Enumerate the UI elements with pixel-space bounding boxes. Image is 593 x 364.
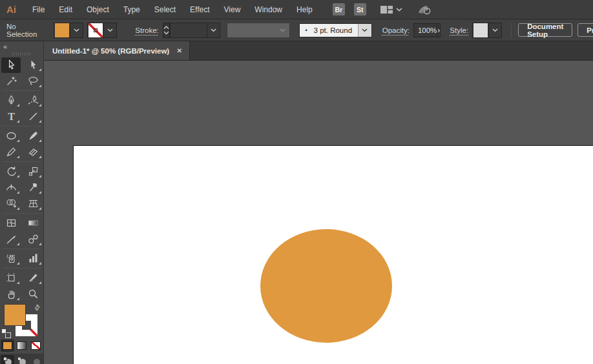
pencil-tool[interactable] <box>0 144 22 160</box>
stroke-color-dropdown[interactable] <box>103 23 116 37</box>
brush-definition-dropdown[interactable] <box>358 24 371 37</box>
menu-help[interactable]: Help <box>289 5 320 14</box>
mesh-tool[interactable] <box>0 215 22 231</box>
fill-color-dropdown[interactable] <box>70 23 83 37</box>
chevron-down-icon <box>211 28 216 32</box>
eyedropper-tool-icon <box>6 234 17 245</box>
blend-tool[interactable] <box>22 231 44 247</box>
gradient-mode-button[interactable] <box>15 339 28 352</box>
scale-tool[interactable] <box>22 163 44 179</box>
gradient-tool[interactable] <box>22 215 44 231</box>
document-tab[interactable]: Untitled-1* @ 50% (RGB/Preview) ✕ <box>44 41 190 60</box>
zoom-tool[interactable] <box>22 286 44 302</box>
tools-panel-grip[interactable] <box>0 51 43 57</box>
tools-panel: « <box>0 41 44 364</box>
scale-tool-icon <box>28 166 39 177</box>
graphic-style-control[interactable] <box>472 23 502 38</box>
graphic-style-swatch[interactable] <box>473 23 488 37</box>
eyedropper-tool[interactable] <box>0 231 22 247</box>
opacity-input[interactable]: 100% <box>413 23 437 37</box>
menu-file[interactable]: File <box>25 5 52 14</box>
stroke-indicator-icon <box>94 28 98 32</box>
hand-tool[interactable] <box>0 286 22 302</box>
ellipse-tool[interactable] <box>0 128 22 144</box>
opacity-more-button[interactable]: › <box>437 23 441 37</box>
graphic-style-dropdown[interactable] <box>488 23 501 37</box>
document-setup-button[interactable]: Document Setup <box>518 23 572 37</box>
stroke-none-swatch[interactable] <box>88 23 103 37</box>
workspace-layout-icon <box>380 5 393 14</box>
bridge-button[interactable]: Br <box>333 3 345 15</box>
fill-color-control[interactable] <box>54 23 83 38</box>
menu-type[interactable]: Type <box>116 5 147 14</box>
rotate-tool[interactable] <box>0 163 22 179</box>
stepper-down-icon[interactable] <box>163 31 169 35</box>
selection-tool[interactable] <box>0 57 22 73</box>
style-panel-link[interactable]: Style: <box>450 26 468 34</box>
line-segment-tool[interactable] <box>22 108 44 125</box>
lasso-tool[interactable] <box>22 73 44 89</box>
stroke-weight-stepper[interactable] <box>163 23 170 38</box>
stroke-weight-value <box>171 23 207 37</box>
shape-builder-tool[interactable] <box>0 196 22 212</box>
menu-window[interactable]: Window <box>247 5 289 14</box>
none-mode-button[interactable] <box>29 339 43 352</box>
slice-tool[interactable] <box>22 270 44 286</box>
opacity-panel-link[interactable]: Opacity: <box>382 26 410 34</box>
width-tool[interactable] <box>0 179 22 196</box>
paintbrush-tool[interactable] <box>22 128 44 144</box>
menu-view[interactable]: View <box>217 5 248 14</box>
default-fill-stroke-icon[interactable] <box>1 329 11 338</box>
curvature-tool[interactable] <box>22 92 44 108</box>
stepper-up-icon[interactable] <box>163 26 169 30</box>
color-mode-button[interactable] <box>1 339 14 352</box>
direct-selection-tool[interactable] <box>22 57 44 73</box>
column-graph-tool[interactable] <box>22 250 44 267</box>
draw-inside-button[interactable] <box>29 355 43 364</box>
chevron-down-icon <box>362 28 368 32</box>
type-tool[interactable]: T <box>0 108 22 125</box>
curvature-tool-icon <box>28 95 39 106</box>
workspace-switcher[interactable] <box>380 5 402 14</box>
menu-object[interactable]: Object <box>79 5 116 14</box>
brush-definition-combo[interactable]: • 3 pt. Round <box>299 23 372 37</box>
close-tab-icon[interactable]: ✕ <box>175 46 184 56</box>
mesh-tool-icon <box>6 217 17 228</box>
swap-fill-stroke-icon[interactable]: ⇄ <box>32 303 43 313</box>
pen-tool[interactable] <box>0 92 22 108</box>
blend-tool-icon <box>28 234 39 245</box>
orange-ellipse-shape[interactable] <box>260 229 392 343</box>
artboard-tool[interactable] <box>0 270 22 286</box>
magic-wand-tool-icon <box>6 76 17 86</box>
stroke-color-control[interactable] <box>87 23 117 38</box>
document-tab-title: Untitled-1* @ 50% (RGB/Preview) <box>52 47 169 55</box>
fill-swatch[interactable] <box>4 304 26 326</box>
collapse-panel-button[interactable]: « <box>3 43 7 50</box>
magic-wand-tool[interactable] <box>0 73 22 89</box>
width-tool-icon <box>6 182 17 193</box>
eraser-tool-icon <box>28 147 39 157</box>
brush-definition-value: 3 pt. Round <box>314 26 352 34</box>
divider <box>3 90 41 91</box>
canvas[interactable] <box>44 61 593 364</box>
stock-button[interactable]: St <box>354 3 366 15</box>
document-tab-bar: Untitled-1* @ 50% (RGB/Preview) ✕ <box>44 41 593 61</box>
chevron-down-icon <box>280 28 286 32</box>
perspective-grid-tool[interactable] <box>22 196 44 212</box>
preferences-button[interactable]: Preferences <box>577 23 593 37</box>
symbol-sprayer-tool[interactable] <box>0 250 22 267</box>
menu-edit[interactable]: Edit <box>52 5 79 14</box>
draw-normal-button[interactable] <box>1 355 14 364</box>
gpu-performance-icon[interactable] <box>417 4 432 15</box>
puppet-warp-tool-icon <box>28 182 39 193</box>
stroke-weight-dropdown[interactable] <box>170 23 220 38</box>
stroke-panel-link[interactable]: Stroke: <box>135 26 158 34</box>
eraser-tool[interactable] <box>22 144 44 160</box>
puppet-warp-tool[interactable] <box>22 179 44 196</box>
menu-select[interactable]: Select <box>147 5 183 14</box>
pen-tool-icon <box>6 95 17 106</box>
ellipse-tool-icon <box>6 130 17 141</box>
draw-behind-button[interactable] <box>15 355 28 364</box>
fill-color-swatch[interactable] <box>55 23 69 37</box>
menu-effect[interactable]: Effect <box>183 5 216 14</box>
